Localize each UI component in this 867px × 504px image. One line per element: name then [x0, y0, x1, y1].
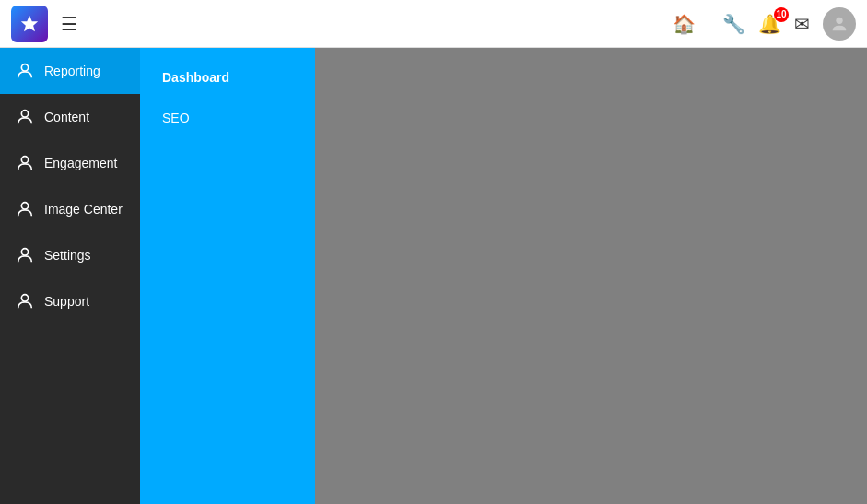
settings-icon[interactable]: 🔧 — [722, 13, 745, 35]
submenu-label-dashboard: Dashboard — [162, 70, 229, 85]
sidebar-item-engagement[interactable]: Engagement — [0, 140, 140, 186]
sidebar-label-support: Support — [44, 294, 89, 309]
svg-point-1 — [836, 17, 842, 23]
sidebar-item-content[interactable]: Content — [0, 94, 140, 140]
svg-point-3 — [21, 111, 28, 117]
submenu-item-seo[interactable]: SEO — [140, 98, 315, 138]
home-icon[interactable]: 🏠 — [673, 13, 696, 35]
logo-icon — [19, 14, 40, 34]
svg-point-5 — [21, 203, 28, 209]
sidebar-item-settings[interactable]: Settings — [0, 232, 140, 278]
avatar[interactable] — [823, 7, 856, 41]
header-right: 🏠 🔧 🔔 10 ✉ — [673, 7, 856, 41]
sidebar-label-image-center: Image Center — [44, 202, 123, 217]
settings-sidebar-icon — [15, 245, 35, 265]
divider — [709, 11, 709, 37]
header-left: ☰ — [11, 6, 77, 42]
sidebar: Reporting Content Engagement Image Cente… — [0, 48, 140, 504]
main-layout: Reporting Content Engagement Image Cente… — [0, 48, 867, 504]
hamburger-button[interactable]: ☰ — [61, 13, 77, 35]
sidebar-label-content: Content — [44, 110, 89, 124]
notifications-icon[interactable]: 🔔 10 — [758, 13, 781, 35]
content-icon — [15, 107, 35, 127]
reporting-icon — [15, 61, 35, 81]
svg-point-6 — [21, 249, 28, 255]
sidebar-label-reporting: Reporting — [44, 64, 100, 78]
sidebar-item-image-center[interactable]: Image Center — [0, 186, 140, 232]
notification-badge: 10 — [774, 7, 789, 22]
submenu-panel: Dashboard SEO — [140, 48, 315, 504]
content-area — [315, 48, 867, 504]
engagement-icon — [15, 153, 35, 173]
sidebar-label-engagement: Engagement — [44, 156, 117, 170]
submenu-item-dashboard[interactable]: Dashboard — [140, 57, 315, 98]
avatar-icon — [829, 14, 849, 34]
svg-point-7 — [21, 295, 28, 301]
support-icon — [15, 291, 35, 311]
sidebar-item-reporting[interactable]: Reporting — [0, 48, 140, 94]
sidebar-label-settings: Settings — [44, 248, 91, 263]
image-center-icon — [15, 199, 35, 219]
svg-point-4 — [21, 157, 28, 163]
svg-point-2 — [21, 64, 28, 71]
svg-marker-0 — [21, 15, 38, 30]
submenu-label-seo: SEO — [162, 111, 190, 125]
header: ☰ 🏠 🔧 🔔 10 ✉ — [0, 0, 867, 48]
sidebar-item-support[interactable]: Support — [0, 278, 140, 324]
mail-icon[interactable]: ✉ — [794, 13, 810, 35]
logo[interactable] — [11, 6, 48, 42]
